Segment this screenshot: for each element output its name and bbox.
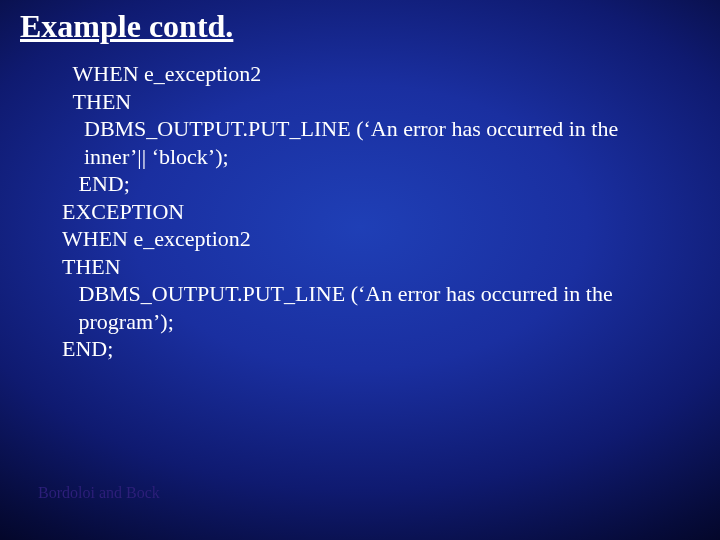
code-line: THEN	[62, 89, 131, 114]
code-line: DBMS_OUTPUT.PUT_LINE (‘An error has occu…	[62, 281, 613, 306]
slide: Example contd. WHEN e_exception2 THEN DB…	[0, 0, 720, 540]
footer-credit: Bordoloi and Bock	[38, 484, 160, 502]
code-line: END;	[62, 336, 113, 361]
code-line: THEN	[62, 254, 121, 279]
code-line: program’);	[62, 309, 174, 334]
code-line: END;	[62, 171, 130, 196]
code-block: WHEN e_exception2 THEN DBMS_OUTPUT.PUT_L…	[62, 60, 690, 363]
code-line: inner’|| ‘block’);	[62, 144, 229, 169]
slide-title: Example contd.	[20, 8, 233, 45]
code-line: WHEN e_exception2	[62, 226, 251, 251]
code-line: WHEN e_exception2	[62, 61, 261, 86]
code-line: DBMS_OUTPUT.PUT_LINE (‘An error has occu…	[62, 116, 618, 141]
code-line: EXCEPTION	[62, 199, 184, 224]
